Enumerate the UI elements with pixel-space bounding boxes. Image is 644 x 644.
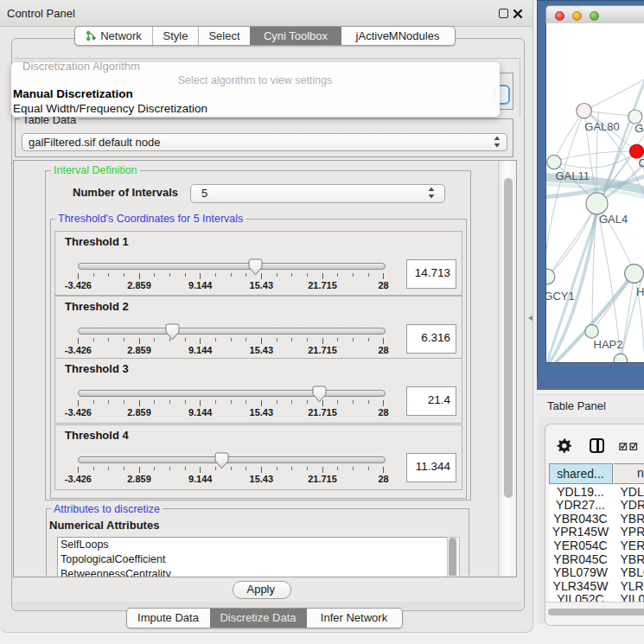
svg-text:GAL11: GAL11 <box>556 169 590 182</box>
svg-text:GA: GA <box>634 122 644 135</box>
svg-text:H: H <box>636 285 644 298</box>
svg-text:GCY1: GCY1 <box>546 290 575 303</box>
svg-text:GAL80: GAL80 <box>584 120 619 133</box>
svg-text:C: C <box>638 156 644 169</box>
svg-text:GAL4: GAL4 <box>599 213 628 226</box>
svg-text:HAP2: HAP2 <box>594 338 623 351</box>
